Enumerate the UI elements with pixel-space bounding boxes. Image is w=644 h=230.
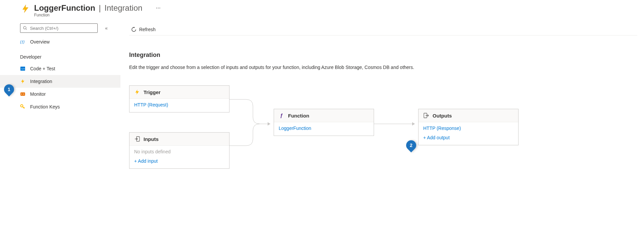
page-title: LoggerFunction | Integration [34,3,143,13]
svg-line-10 [24,107,24,108]
refresh-button[interactable]: Refresh [129,25,158,33]
trigger-icon [134,89,140,95]
outputs-card: Outputs HTTP (Response) + Add output [418,109,519,145]
sidebar-section-developer: Developer [20,54,120,60]
function-lightning-icon [20,3,31,14]
inputs-icon [134,136,140,142]
sidebar-item-function-keys[interactable]: Function Keys [20,100,120,113]
connector-inputs-to-function [229,85,274,152]
outputs-card-header: Outputs [419,109,518,122]
sidebar-item-label: Code + Test [30,66,55,71]
code-test-icon: </> [20,66,25,71]
inputs-empty: No inputs defined [134,149,224,154]
function-icon: ƒ [279,112,285,119]
sidebar-item-integration[interactable]: Integration [0,75,120,88]
outputs-icon [423,112,429,119]
svg-point-8 [21,105,23,107]
callout-two: 2 [404,138,418,152]
svg-point-0 [23,26,26,29]
svg-point-6 [21,94,22,95]
page-subtitle: Function [34,13,143,17]
sidebar-item-label: Monitor [30,91,46,97]
page-header: LoggerFunction | Integration Function ⋯ [0,0,644,17]
collapse-sidebar-icon[interactable]: « [105,25,108,31]
search-input[interactable] [20,23,98,33]
sidebar-item-monitor[interactable]: Monitor [20,88,120,100]
svg-text:</>: </> [21,67,25,70]
function-card: ƒ Function LoggerFunction [274,109,374,136]
svg-text:ƒ: ƒ [280,113,283,118]
sidebar-item-label: Overview [30,39,50,45]
sidebar-item-label: Integration [30,79,52,84]
add-output-link[interactable]: + Add output [423,135,514,140]
sidebar-item-label: Function Keys [30,104,60,109]
toolbar: Refresh [129,23,637,35]
svg-line-1 [26,29,27,30]
integration-icon [20,79,25,84]
integration-diagram: Trigger HTTP (Request) Inputs [129,85,637,186]
function-card-header: ƒ Function [274,109,374,122]
content-description: Edit the trigger and choose from a selec… [129,65,497,70]
sidebar-item-overview[interactable]: {ƒ} Overview [20,35,120,48]
function-keys-icon [20,104,25,109]
sidebar-item-code-test[interactable]: </> Code + Test [20,62,120,75]
inputs-card-header: Inputs [129,133,229,146]
search-icon [23,26,27,30]
trigger-card: Trigger HTTP (Request) [129,85,229,112]
svg-text:{ƒ}: {ƒ} [20,40,25,44]
add-input-link[interactable]: + Add input [134,158,224,164]
more-actions-icon[interactable]: ⋯ [156,3,161,11]
monitor-icon [20,91,25,97]
inputs-card: Inputs No inputs defined + Add input [129,132,229,169]
overview-icon: {ƒ} [20,39,25,45]
trigger-link[interactable]: HTTP (Request) [134,102,224,107]
trigger-card-header: Trigger [129,86,229,99]
svg-point-7 [23,94,24,95]
svg-rect-5 [20,92,25,96]
connector-function-to-outputs [374,121,418,127]
content-heading: Integration [129,52,637,59]
function-link[interactable]: LoggerFunction [279,126,369,131]
outputs-link[interactable]: HTTP (Response) [423,126,514,131]
refresh-icon [131,27,136,32]
sidebar: « {ƒ} Overview Developer </> Code + Test [0,23,120,186]
